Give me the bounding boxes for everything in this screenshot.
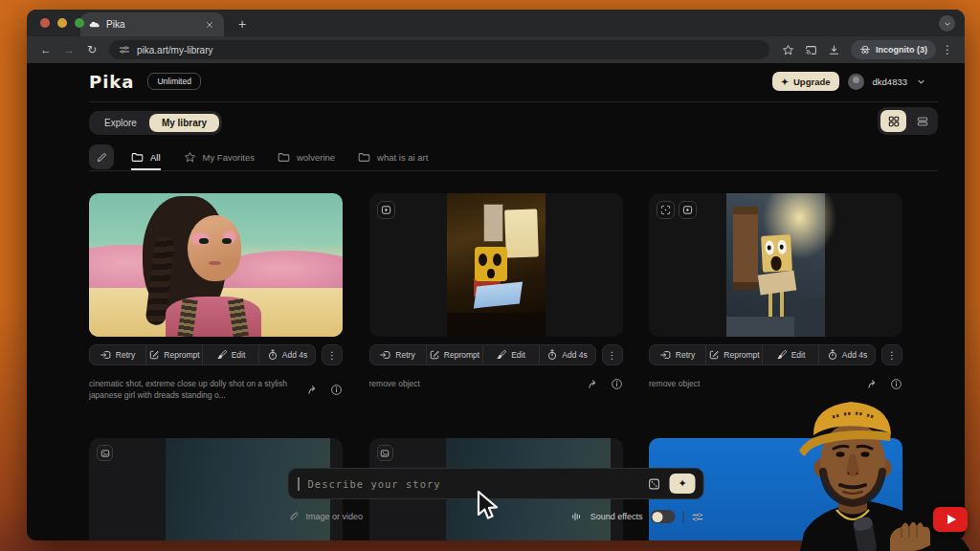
star-icon [184,151,196,164]
info-icon[interactable] [611,378,623,390]
sound-effects-label: Sound effects [590,512,643,521]
window-close-button[interactable] [40,18,50,28]
retry-button[interactable]: Retry [90,345,145,364]
attach-label: Image or video [306,512,364,521]
library-switcher: Explore My library [89,111,222,135]
sparkle-icon: ✦ [781,77,789,87]
edit-folders-button[interactable] [89,144,114,169]
browser-tab-pika[interactable]: Pika [80,12,224,36]
stopwatch-icon [827,349,838,361]
browser-tab-bar: Pika + [27,10,965,36]
prompt-caption[interactable]: remove object [649,378,857,389]
avatar[interactable] [848,74,864,90]
add-4s-button[interactable]: Add 4s [539,345,595,364]
tab-title: Pika [106,19,197,30]
reprompt-button[interactable]: Reprompt [705,345,762,364]
address-bar[interactable]: pika.art/my-library [109,40,769,59]
info-icon[interactable] [330,384,343,396]
tab-search-button[interactable] [939,15,955,32]
reprompt-icon [708,349,720,361]
site-settings-icon[interactable] [119,44,130,55]
pika-logo[interactable]: Pika [89,72,134,92]
cast-icon[interactable] [801,40,820,59]
new-tab-button[interactable]: + [232,13,253,34]
browser-menu-icon[interactable]: ⋮ [940,43,955,56]
list-view-button[interactable] [909,110,935,132]
card-action-bar: Retry Reprompt Edit Add 4s [649,344,876,365]
reprompt-icon [148,349,160,361]
share-icon[interactable] [307,384,320,396]
share-icon[interactable] [867,378,880,390]
info-icon[interactable] [890,378,902,390]
browser-toolbar: ← → ↻ pika.art/my-library Incognito (3) … [27,36,965,63]
video-card-1: Retry Reprompt Edit Add 4s ⋮ cinematic s… [89,193,343,402]
play-icon [947,515,956,524]
prompt-caption[interactable]: cinematic shot, extreme close up dolly s… [89,378,297,402]
generate-button[interactable]: ✦ [670,474,696,494]
attach-media-button[interactable]: Image or video [288,511,364,522]
tab-close-icon[interactable] [203,18,216,32]
back-button[interactable]: ← [36,40,56,59]
video-thumbnail[interactable] [649,193,902,337]
separator [683,511,684,523]
edit-button[interactable]: Edit [482,345,539,364]
chevron-down-icon[interactable] [916,77,926,87]
reprompt-button[interactable]: Reprompt [426,345,482,364]
dice-icon[interactable] [648,477,661,491]
card-menu-button[interactable]: ⋮ [322,344,343,365]
window-controls [40,18,84,28]
card-action-bar: Retry Reprompt Edit Add 4s [369,344,596,365]
folder-icon [131,151,144,164]
filter-tab-wolverine[interactable]: wolverine [278,143,335,170]
thumbnail-art-yellow-character [447,193,546,337]
brush-icon [216,349,228,361]
edit-button[interactable]: Edit [762,345,818,364]
add-4s-button[interactable]: Add 4s [818,345,875,364]
prompt-input[interactable] [308,478,639,490]
video-badge-icon [377,201,395,219]
brush-icon [496,349,507,361]
view-mode-toggle [878,107,938,135]
image-badge-icon [377,445,393,461]
bookmark-star-icon[interactable] [778,40,797,59]
image-badge-icon [97,445,113,461]
pika-favicon-icon [88,18,100,31]
download-icon[interactable] [824,40,843,59]
settings-sliders-icon[interactable] [692,511,704,523]
prompt-caption[interactable]: remove object [369,378,577,389]
video-thumbnail[interactable] [369,193,623,337]
retry-icon [100,349,112,361]
window-zoom-button[interactable] [75,18,84,28]
library-grid: Retry Reprompt Edit Add 4s ⋮ cinematic s… [89,193,902,402]
card-menu-button[interactable]: ⋮ [602,344,623,365]
brush-icon [776,349,788,361]
text-caret [299,477,300,491]
filter-tab-all[interactable]: All [131,143,161,170]
filter-tab-favorites[interactable]: My Favorites [184,143,255,170]
upgrade-label: Upgrade [793,77,831,87]
tab-my-library[interactable]: My library [149,114,219,132]
grid-view-button[interactable] [880,110,906,132]
filter-tab-what-is-ai-art[interactable]: what is ai art [358,143,428,170]
folder-icon [358,151,370,164]
add-4s-button[interactable]: Add 4s [258,345,315,364]
retry-button[interactable]: Retry [650,345,705,364]
forward-button[interactable]: → [59,40,78,59]
upgrade-button[interactable]: ✦ Upgrade [772,72,839,91]
sound-effects-toggle[interactable] [651,510,676,523]
reprompt-button[interactable]: Reprompt [145,345,202,364]
card-menu-button[interactable]: ⋮ [881,344,902,365]
tab-explore[interactable]: Explore [92,114,149,132]
video-thumbnail[interactable] [89,193,343,337]
filter-divider [89,170,938,171]
share-icon[interactable] [588,378,600,390]
header-divider [89,101,938,102]
window-minimize-button[interactable] [57,18,67,28]
reload-button[interactable]: ↻ [82,40,101,59]
incognito-badge[interactable]: Incognito (3) [851,40,936,59]
stopwatch-icon [546,349,558,361]
edit-button[interactable]: Edit [202,345,258,364]
url-text: pika.art/my-library [137,45,212,55]
retry-button[interactable]: Retry [370,345,426,364]
filter-label: My Favorites [203,152,255,163]
